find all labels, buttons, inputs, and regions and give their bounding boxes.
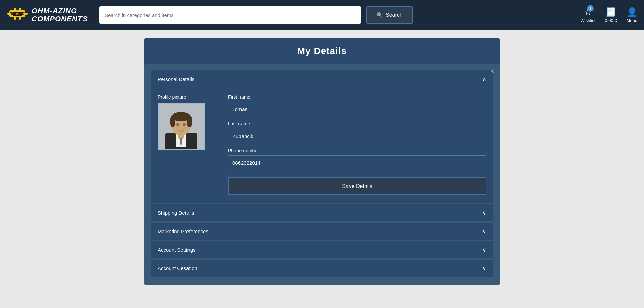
svg-point-21 [176, 123, 179, 126]
close-button[interactable]: × [490, 68, 494, 74]
svg-point-22 [183, 123, 186, 126]
svg-rect-17 [178, 134, 184, 138]
phone-input[interactable] [228, 155, 486, 170]
page-title: My Details [154, 46, 490, 56]
save-details-button[interactable]: Save Details [228, 177, 486, 195]
personal-details-label: Personal Details [158, 76, 194, 82]
section-account-settings: Account Settings ∨ [151, 241, 493, 258]
search-button[interactable]: 🔍 Search [366, 6, 413, 24]
first-name-label: First name [228, 94, 486, 100]
logo-text: OHM-AZING COMPONENTS [32, 7, 88, 23]
header-right: ☆ 1 Wishlist 🧾 0.00 € 👤 Menu [581, 7, 637, 23]
last-name-group: Last name [228, 121, 486, 143]
svg-rect-3 [7, 13, 11, 15]
section-marketing-preferences: Marketing Preferences ∨ [151, 223, 493, 240]
section-shipping-details: Shipping Details ∨ [151, 204, 493, 221]
star-icon: ☆ 1 [584, 7, 592, 17]
cart-button[interactable]: 🧾 0.00 € [605, 7, 617, 23]
svg-point-20 [187, 115, 192, 127]
last-name-label: Last name [228, 121, 486, 126]
logo-icon: IC [7, 3, 28, 28]
profile-picture-frame[interactable] [158, 103, 205, 150]
phone-group: Phone number [228, 148, 486, 170]
svg-point-19 [170, 115, 175, 127]
svg-rect-6 [19, 8, 21, 12]
marketing-preferences-label: Marketing Preferences [158, 228, 208, 234]
svg-text:IC: IC [16, 13, 19, 16]
section-personal-details: Personal Details ∧ Profile picture [151, 70, 493, 203]
personal-details-form: First name Last name Phone number Save D… [228, 94, 486, 195]
personal-details-header[interactable]: Personal Details ∧ [151, 70, 493, 88]
personal-details-body: Profile picture [151, 88, 493, 203]
account-settings-label: Account Settings [158, 247, 196, 253]
personal-details-chevron: ∧ [482, 76, 486, 82]
svg-rect-4 [23, 13, 28, 15]
account-cesation-label: Account Cesation [158, 265, 197, 271]
section-account-cesation: Account Cesation ∨ [151, 260, 493, 277]
account-cesation-header[interactable]: Account Cesation ∨ [151, 260, 493, 277]
search-bar [99, 6, 361, 24]
profile-picture [159, 104, 204, 149]
menu-button[interactable]: 👤 Menu [626, 7, 637, 23]
profile-pic-label: Profile picture [158, 94, 218, 100]
svg-rect-8 [19, 16, 21, 20]
shipping-details-header[interactable]: Shipping Details ∨ [151, 204, 493, 221]
first-name-input[interactable] [228, 102, 486, 116]
page-title-bar: My Details [144, 38, 500, 64]
wishlist-badge: 1 [587, 5, 594, 12]
search-icon: 🔍 [376, 12, 383, 18]
wishlist-button[interactable]: ☆ 1 Wishlist [581, 7, 596, 23]
header: IC OHM-AZING COMPONENTS 🔍 Search ☆ 1 Wis… [0, 0, 644, 30]
page-content: My Details × Personal Details ∧ Profile … [144, 30, 500, 293]
marketing-preferences-header[interactable]: Marketing Preferences ∨ [151, 223, 493, 240]
last-name-input[interactable] [228, 129, 486, 143]
svg-rect-5 [14, 8, 16, 12]
main-card: × Personal Details ∧ Profile picture [144, 64, 500, 285]
marketing-preferences-chevron: ∨ [482, 228, 486, 235]
account-cesation-chevron: ∨ [482, 265, 486, 271]
svg-rect-7 [14, 16, 16, 20]
search-input[interactable] [99, 6, 361, 24]
shipping-details-chevron: ∨ [482, 210, 486, 216]
first-name-group: First name [228, 94, 486, 116]
profile-picture-section: Profile picture [158, 94, 218, 150]
user-icon: 👤 [627, 7, 637, 17]
account-settings-chevron: ∨ [482, 247, 486, 253]
logo-area[interactable]: IC OHM-AZING COMPONENTS [7, 3, 94, 28]
phone-label: Phone number [228, 148, 486, 153]
shipping-details-label: Shipping Details [158, 210, 194, 216]
account-settings-header[interactable]: Account Settings ∨ [151, 241, 493, 258]
cart-icon: 🧾 [605, 7, 616, 17]
